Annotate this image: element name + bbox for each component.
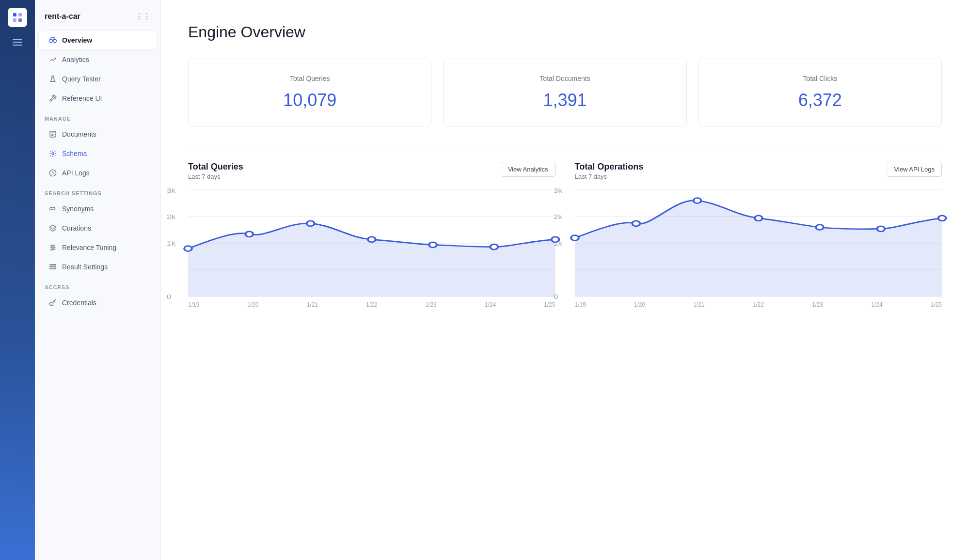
sidebar-item-schema[interactable]: Schema <box>39 144 157 163</box>
page-title: Engine Overview <box>188 23 942 41</box>
sidebar-item-curations[interactable]: Curations <box>39 219 157 237</box>
chart-subtitle-queries: Last 7 days <box>188 173 243 180</box>
app-logo[interactable] <box>8 8 27 27</box>
svg-point-53 <box>754 216 762 221</box>
sidebar-item-result-settings-label: Result Settings <box>62 263 108 271</box>
sidebar-item-api-logs[interactable]: API Logs <box>39 164 157 182</box>
x-label-4: 1/23 <box>425 301 436 308</box>
sidebar-item-relevance-tuning-label: Relevance Tuning <box>62 244 116 251</box>
svg-point-39 <box>490 244 498 249</box>
svg-point-51 <box>632 221 640 226</box>
sliders-icon <box>48 243 57 252</box>
x-label-ops-5: 1/24 <box>871 301 882 308</box>
chart-area-queries: 3k 2k 1k 0 <box>188 190 556 296</box>
view-analytics-button[interactable]: View Analytics <box>501 162 556 177</box>
stat-label-2: Total Clicks <box>711 75 930 82</box>
x-label-ops-3: 1/22 <box>753 301 764 308</box>
sidebar-item-relevance-tuning[interactable]: Relevance Tuning <box>39 238 157 257</box>
svg-point-35 <box>245 232 253 237</box>
flask-icon <box>48 75 57 83</box>
key-icon <box>48 298 57 307</box>
sidebar-item-schema-label: Schema <box>62 150 87 157</box>
app-name-row: rent-a-car ⋮⋮ <box>35 8 160 31</box>
view-api-logs-button[interactable]: View API Logs <box>887 162 942 177</box>
svg-rect-3 <box>18 18 22 22</box>
chart-up-icon <box>48 55 57 64</box>
sidebar-item-synonyms-label: Synonyms <box>62 205 94 213</box>
svg-rect-0 <box>13 13 16 16</box>
section-divider <box>188 146 942 146</box>
sidebar-item-analytics-label: Analytics <box>62 56 89 63</box>
x-label-0: 1/19 <box>188 301 199 308</box>
x-label-3: 1/22 <box>366 301 377 308</box>
svg-text:3k: 3k <box>553 187 562 194</box>
sidebar-item-credentials[interactable]: Credentials <box>39 294 157 312</box>
gear-icon <box>48 149 57 158</box>
list-icon <box>48 263 57 271</box>
stat-value-2: 6,372 <box>711 90 930 110</box>
svg-rect-2 <box>13 18 16 22</box>
sidebar-item-overview-label: Overview <box>62 36 92 44</box>
clock-icon <box>48 169 57 177</box>
svg-point-38 <box>429 242 437 248</box>
svg-rect-23 <box>50 268 56 269</box>
stat-card-total-clicks: Total Clicks 6,372 <box>699 59 942 126</box>
svg-point-18 <box>51 245 52 246</box>
svg-point-54 <box>816 225 824 230</box>
docs-icon <box>48 130 57 139</box>
chart-title-queries: Total Queries Last 7 days <box>188 162 243 180</box>
svg-rect-22 <box>50 266 56 267</box>
svg-point-56 <box>938 216 946 221</box>
svg-point-34 <box>184 246 192 251</box>
sidebar-item-query-tester[interactable]: Query Tester <box>39 70 157 88</box>
chart-title-label-operations: Total Operations <box>575 162 644 172</box>
chart-title-operations: Total Operations Last 7 days <box>575 162 644 180</box>
svg-point-37 <box>368 237 376 242</box>
sidebar-item-analytics[interactable]: Analytics <box>39 50 157 69</box>
stat-cards: Total Queries 10,079 Total Documents 1,3… <box>188 59 942 126</box>
sidebar-item-api-logs-label: API Logs <box>62 169 90 177</box>
sidebar-item-documents[interactable]: Documents <box>39 125 157 143</box>
sidebar: rent-a-car ⋮⋮ Overview Analytics <box>35 0 161 560</box>
sidebar-item-result-settings[interactable]: Result Settings <box>39 258 157 276</box>
x-label-ops-1: 1/20 <box>634 301 645 308</box>
chart-subtitle-operations: Last 7 days <box>575 173 644 180</box>
x-label-1: 1/20 <box>247 301 258 308</box>
x-label-2: 1/21 <box>307 301 318 308</box>
svg-point-24 <box>49 302 53 306</box>
hamburger-menu[interactable] <box>13 39 22 46</box>
chart-svg-queries: 3k 2k 1k 0 <box>188 190 556 296</box>
sidebar-item-curations-label: Curations <box>62 224 91 232</box>
sidebar-item-overview[interactable]: Overview <box>39 31 157 49</box>
charts-row: Total Queries Last 7 days View Analytics… <box>188 162 942 296</box>
stat-value-0: 10,079 <box>200 90 419 110</box>
x-label-ops-2: 1/21 <box>693 301 704 308</box>
stat-card-total-queries: Total Queries 10,079 <box>188 59 431 126</box>
svg-text:0: 0 <box>553 294 558 300</box>
chart-svg-operations: 3k 2k 1k 0 <box>575 190 942 296</box>
sidebar-item-documents-label: Documents <box>62 130 96 138</box>
sidebar-item-synonyms[interactable]: Synonyms <box>39 200 157 218</box>
chart-total-queries: Total Queries Last 7 days View Analytics… <box>188 162 556 296</box>
sidebar-item-reference-ui[interactable]: Reference UI <box>39 89 157 108</box>
x-label-5: 1/24 <box>485 301 496 308</box>
grid-icon[interactable]: ⋮⋮ <box>135 12 151 21</box>
chart-header-queries: Total Queries Last 7 days View Analytics <box>188 162 556 180</box>
svg-point-50 <box>571 235 579 241</box>
stat-card-total-documents: Total Documents 1,391 <box>443 59 686 126</box>
access-label: ACCESS <box>35 277 160 293</box>
x-label-ops-0: 1/19 <box>575 301 586 308</box>
layers-icon <box>48 224 57 233</box>
svg-marker-14 <box>49 225 56 229</box>
chart-title-label-queries: Total Queries <box>188 162 243 172</box>
svg-text:2k: 2k <box>167 214 176 220</box>
svg-point-55 <box>877 226 885 232</box>
left-rail <box>0 0 35 560</box>
sidebar-item-credentials-label: Credentials <box>62 299 96 307</box>
sidebar-item-reference-ui-label: Reference UI <box>62 94 102 102</box>
sidebar-item-query-tester-label: Query Tester <box>62 75 101 83</box>
svg-point-19 <box>53 247 54 248</box>
svg-point-12 <box>52 153 54 155</box>
svg-point-52 <box>693 198 701 203</box>
svg-point-20 <box>51 249 52 250</box>
